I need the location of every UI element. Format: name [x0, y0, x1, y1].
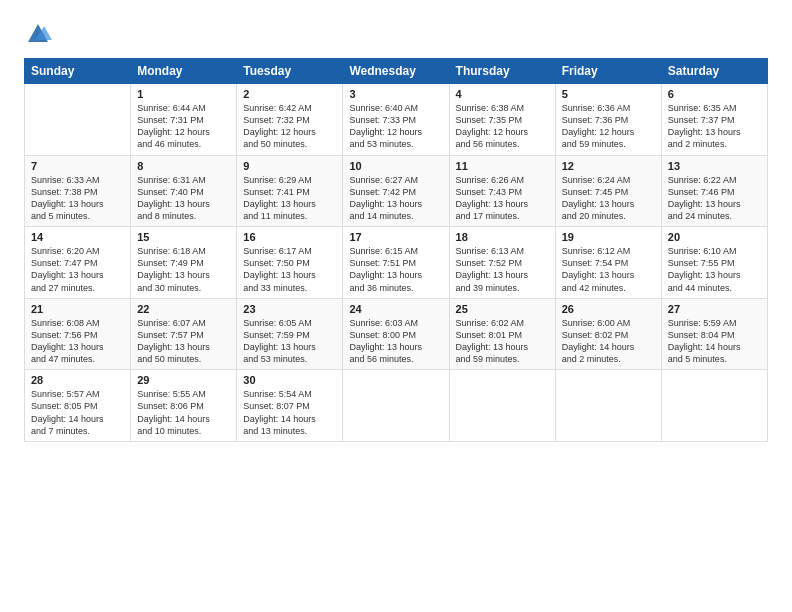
calendar-cell: 30Sunrise: 5:54 AM Sunset: 8:07 PM Dayli…	[237, 370, 343, 442]
day-info: Sunrise: 6:00 AM Sunset: 8:02 PM Dayligh…	[562, 317, 655, 366]
day-number: 16	[243, 231, 336, 243]
day-header-friday: Friday	[555, 59, 661, 84]
calendar-cell: 16Sunrise: 6:17 AM Sunset: 7:50 PM Dayli…	[237, 227, 343, 299]
calendar-table: SundayMondayTuesdayWednesdayThursdayFrid…	[24, 58, 768, 442]
day-info: Sunrise: 6:20 AM Sunset: 7:47 PM Dayligh…	[31, 245, 124, 294]
day-number: 10	[349, 160, 442, 172]
day-info: Sunrise: 6:42 AM Sunset: 7:32 PM Dayligh…	[243, 102, 336, 151]
day-info: Sunrise: 6:38 AM Sunset: 7:35 PM Dayligh…	[456, 102, 549, 151]
calendar-cell: 2Sunrise: 6:42 AM Sunset: 7:32 PM Daylig…	[237, 84, 343, 156]
calendar-cell	[555, 370, 661, 442]
day-number: 18	[456, 231, 549, 243]
day-info: Sunrise: 5:55 AM Sunset: 8:06 PM Dayligh…	[137, 388, 230, 437]
day-number: 12	[562, 160, 655, 172]
calendar-cell: 18Sunrise: 6:13 AM Sunset: 7:52 PM Dayli…	[449, 227, 555, 299]
day-info: Sunrise: 6:40 AM Sunset: 7:33 PM Dayligh…	[349, 102, 442, 151]
day-number: 25	[456, 303, 549, 315]
logo-icon	[24, 20, 52, 48]
day-header-sunday: Sunday	[25, 59, 131, 84]
calendar-cell: 25Sunrise: 6:02 AM Sunset: 8:01 PM Dayli…	[449, 298, 555, 370]
calendar-week-3: 14Sunrise: 6:20 AM Sunset: 7:47 PM Dayli…	[25, 227, 768, 299]
day-number: 14	[31, 231, 124, 243]
calendar-cell: 9Sunrise: 6:29 AM Sunset: 7:41 PM Daylig…	[237, 155, 343, 227]
day-header-thursday: Thursday	[449, 59, 555, 84]
calendar-week-5: 28Sunrise: 5:57 AM Sunset: 8:05 PM Dayli…	[25, 370, 768, 442]
calendar-cell: 28Sunrise: 5:57 AM Sunset: 8:05 PM Dayli…	[25, 370, 131, 442]
day-header-wednesday: Wednesday	[343, 59, 449, 84]
day-number: 19	[562, 231, 655, 243]
day-info: Sunrise: 6:29 AM Sunset: 7:41 PM Dayligh…	[243, 174, 336, 223]
day-number: 26	[562, 303, 655, 315]
calendar-cell: 27Sunrise: 5:59 AM Sunset: 8:04 PM Dayli…	[661, 298, 767, 370]
day-info: Sunrise: 6:44 AM Sunset: 7:31 PM Dayligh…	[137, 102, 230, 151]
calendar-cell: 15Sunrise: 6:18 AM Sunset: 7:49 PM Dayli…	[131, 227, 237, 299]
day-number: 8	[137, 160, 230, 172]
day-info: Sunrise: 6:17 AM Sunset: 7:50 PM Dayligh…	[243, 245, 336, 294]
calendar-cell: 12Sunrise: 6:24 AM Sunset: 7:45 PM Dayli…	[555, 155, 661, 227]
day-info: Sunrise: 6:35 AM Sunset: 7:37 PM Dayligh…	[668, 102, 761, 151]
day-info: Sunrise: 5:54 AM Sunset: 8:07 PM Dayligh…	[243, 388, 336, 437]
calendar-week-1: 1Sunrise: 6:44 AM Sunset: 7:31 PM Daylig…	[25, 84, 768, 156]
day-number: 17	[349, 231, 442, 243]
calendar-week-4: 21Sunrise: 6:08 AM Sunset: 7:56 PM Dayli…	[25, 298, 768, 370]
day-number: 29	[137, 374, 230, 386]
day-info: Sunrise: 6:36 AM Sunset: 7:36 PM Dayligh…	[562, 102, 655, 151]
day-info: Sunrise: 6:05 AM Sunset: 7:59 PM Dayligh…	[243, 317, 336, 366]
day-number: 9	[243, 160, 336, 172]
day-info: Sunrise: 6:08 AM Sunset: 7:56 PM Dayligh…	[31, 317, 124, 366]
day-info: Sunrise: 6:26 AM Sunset: 7:43 PM Dayligh…	[456, 174, 549, 223]
day-header-saturday: Saturday	[661, 59, 767, 84]
day-info: Sunrise: 6:13 AM Sunset: 7:52 PM Dayligh…	[456, 245, 549, 294]
day-info: Sunrise: 5:59 AM Sunset: 8:04 PM Dayligh…	[668, 317, 761, 366]
calendar-cell	[661, 370, 767, 442]
calendar-cell: 7Sunrise: 6:33 AM Sunset: 7:38 PM Daylig…	[25, 155, 131, 227]
day-number: 21	[31, 303, 124, 315]
day-info: Sunrise: 6:31 AM Sunset: 7:40 PM Dayligh…	[137, 174, 230, 223]
day-number: 6	[668, 88, 761, 100]
calendar-cell: 1Sunrise: 6:44 AM Sunset: 7:31 PM Daylig…	[131, 84, 237, 156]
calendar-cell: 23Sunrise: 6:05 AM Sunset: 7:59 PM Dayli…	[237, 298, 343, 370]
calendar-header-row: SundayMondayTuesdayWednesdayThursdayFrid…	[25, 59, 768, 84]
day-info: Sunrise: 5:57 AM Sunset: 8:05 PM Dayligh…	[31, 388, 124, 437]
day-info: Sunrise: 6:27 AM Sunset: 7:42 PM Dayligh…	[349, 174, 442, 223]
calendar-cell: 29Sunrise: 5:55 AM Sunset: 8:06 PM Dayli…	[131, 370, 237, 442]
day-number: 22	[137, 303, 230, 315]
calendar-cell: 24Sunrise: 6:03 AM Sunset: 8:00 PM Dayli…	[343, 298, 449, 370]
day-number: 23	[243, 303, 336, 315]
day-info: Sunrise: 6:33 AM Sunset: 7:38 PM Dayligh…	[31, 174, 124, 223]
day-header-monday: Monday	[131, 59, 237, 84]
calendar-cell: 8Sunrise: 6:31 AM Sunset: 7:40 PM Daylig…	[131, 155, 237, 227]
day-info: Sunrise: 6:02 AM Sunset: 8:01 PM Dayligh…	[456, 317, 549, 366]
day-number: 24	[349, 303, 442, 315]
day-number: 28	[31, 374, 124, 386]
calendar-cell: 21Sunrise: 6:08 AM Sunset: 7:56 PM Dayli…	[25, 298, 131, 370]
day-header-tuesday: Tuesday	[237, 59, 343, 84]
page-header	[24, 20, 768, 48]
day-info: Sunrise: 6:22 AM Sunset: 7:46 PM Dayligh…	[668, 174, 761, 223]
calendar-cell: 20Sunrise: 6:10 AM Sunset: 7:55 PM Dayli…	[661, 227, 767, 299]
day-info: Sunrise: 6:10 AM Sunset: 7:55 PM Dayligh…	[668, 245, 761, 294]
day-number: 1	[137, 88, 230, 100]
day-info: Sunrise: 6:03 AM Sunset: 8:00 PM Dayligh…	[349, 317, 442, 366]
day-info: Sunrise: 6:24 AM Sunset: 7:45 PM Dayligh…	[562, 174, 655, 223]
calendar-cell: 26Sunrise: 6:00 AM Sunset: 8:02 PM Dayli…	[555, 298, 661, 370]
calendar-cell: 3Sunrise: 6:40 AM Sunset: 7:33 PM Daylig…	[343, 84, 449, 156]
calendar-cell: 13Sunrise: 6:22 AM Sunset: 7:46 PM Dayli…	[661, 155, 767, 227]
calendar-cell	[25, 84, 131, 156]
logo	[24, 20, 56, 48]
day-info: Sunrise: 6:18 AM Sunset: 7:49 PM Dayligh…	[137, 245, 230, 294]
calendar-cell: 14Sunrise: 6:20 AM Sunset: 7:47 PM Dayli…	[25, 227, 131, 299]
day-number: 7	[31, 160, 124, 172]
day-number: 5	[562, 88, 655, 100]
day-info: Sunrise: 6:12 AM Sunset: 7:54 PM Dayligh…	[562, 245, 655, 294]
day-number: 3	[349, 88, 442, 100]
calendar-cell: 10Sunrise: 6:27 AM Sunset: 7:42 PM Dayli…	[343, 155, 449, 227]
day-number: 13	[668, 160, 761, 172]
day-info: Sunrise: 6:07 AM Sunset: 7:57 PM Dayligh…	[137, 317, 230, 366]
day-number: 30	[243, 374, 336, 386]
calendar-cell: 5Sunrise: 6:36 AM Sunset: 7:36 PM Daylig…	[555, 84, 661, 156]
calendar-cell	[343, 370, 449, 442]
day-number: 4	[456, 88, 549, 100]
day-number: 11	[456, 160, 549, 172]
calendar-cell: 6Sunrise: 6:35 AM Sunset: 7:37 PM Daylig…	[661, 84, 767, 156]
